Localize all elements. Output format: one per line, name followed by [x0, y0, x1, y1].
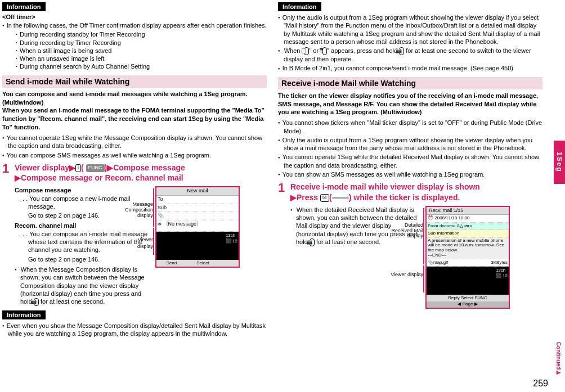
- shot-sub: Sub Information: [427, 230, 509, 237]
- recv-note: You cannot operate 1Seg while the detail…: [278, 153, 542, 169]
- info-text: When "📋" or "≣" appears, press and hold …: [278, 47, 542, 63]
- shot-softkeys: Reply Select FUNC: [427, 295, 509, 301]
- send-note: You can compose SMS messages as well whi…: [2, 151, 267, 159]
- step-instruction: Receive i-mode mail while viewer display…: [290, 182, 542, 308]
- compose-header: Compose message: [15, 186, 151, 194]
- recv-note: You cannot show tickers when "Mail ticke…: [278, 119, 542, 135]
- section-recv-header: Receive i-mode Mail while Watching: [278, 77, 542, 89]
- phone-screenshot: Recv. mail 1/15 ⏰ 2008/11/18 10:00 From …: [425, 206, 510, 309]
- step-text: Viewer display: [15, 163, 69, 172]
- shot-field: Sub: [156, 204, 239, 213]
- callout-label: Viewer display: [391, 272, 423, 278]
- recom-goto: Go to step 2 on page 146.: [15, 255, 151, 263]
- info-text: Only the audio is output from a 1Seg pro…: [278, 13, 542, 46]
- recv-note: Only the audio is output from a 1Seg pro…: [278, 136, 542, 152]
- off-timer-header: <Off timer>: [2, 13, 267, 20]
- mail-key-icon: ✉: [320, 194, 329, 202]
- callout-label: Viewer display: [122, 237, 153, 250]
- info-header: Information: [2, 2, 46, 11]
- shot-title: Recv. mail 1/15: [427, 207, 509, 215]
- continued-label: Continued: [555, 342, 562, 375]
- off-timer-item: ・During recording standby for Timer Reco…: [2, 30, 267, 38]
- compose-switch-note: When the Message Composition display is …: [15, 265, 151, 306]
- shot-title: New mail: [156, 187, 239, 196]
- step-text: Compose message or Recom. channel mail: [21, 173, 183, 182]
- step-number: 1: [278, 182, 288, 308]
- mail-lines-icon: ≣: [322, 47, 327, 55]
- info-text: Even when you show the Message Compositi…: [2, 322, 267, 338]
- phone-screenshot: New mail To Sub 📎 ✉ 〈No message〉 13ch⬛ 1…: [155, 186, 240, 268]
- info-header: Information: [278, 2, 321, 11]
- step-text: Press: [297, 193, 318, 202]
- section-send-header: Send i-mode Mail while Watching: [2, 75, 267, 88]
- step-text: Receive i-mode mail while viewer display…: [290, 182, 480, 191]
- recv-note: You can show an SMS messages as well whi…: [278, 170, 542, 178]
- recv-description: The ticker on the viewer display notifie…: [278, 92, 542, 117]
- shot-field: 📎: [156, 212, 239, 220]
- info-header: Information: [2, 310, 46, 319]
- off-timer-item: ・During channel search by Auto Channel S…: [2, 62, 267, 70]
- step-instruction: Viewer display▶i( FUNC)▶Compose message …: [15, 163, 267, 307]
- shot-viewer: 13ch⬛ 12: [427, 267, 509, 295]
- step-text: ) while the ticker is displayed.: [349, 193, 460, 202]
- info-text: In B Mode of 2in1, you cannot compose/se…: [278, 64, 542, 72]
- side-tab: 1Seg: [554, 141, 565, 184]
- camera-key-icon: 📷: [310, 238, 315, 246]
- shot-date: ⏰ 2008/11/18 10:00: [427, 215, 509, 222]
- shot-msg: ✉ 〈No message〉: [156, 220, 239, 232]
- i-alpha-button-icon: i: [75, 164, 81, 172]
- shot-viewer: 13ch⬛ 12: [156, 232, 239, 260]
- off-timer-item: ・When a still image is being saved: [2, 47, 267, 55]
- shot-attach: 📎map.gif3KBytes: [427, 259, 509, 267]
- shot-from: From docomo.Δ△.taro: [427, 223, 509, 230]
- callout-label: Detailed Received Mail display: [391, 223, 423, 240]
- off-timer-item: ・During recording by Timer Recording: [2, 39, 267, 47]
- send-note: You cannot operate 1Seg while the Messag…: [2, 134, 267, 150]
- page-number: 259: [533, 379, 548, 389]
- step-number: 1: [2, 163, 12, 307]
- func-pill-icon: FUNC: [86, 164, 105, 172]
- step-text: Compose message: [113, 163, 185, 172]
- recom-header: Recom. channel mail: [15, 222, 151, 229]
- step-text: (: [329, 193, 332, 202]
- shot-field: To: [156, 196, 239, 204]
- camera-key-icon: 📷: [399, 47, 404, 55]
- camera-key-icon: 📷: [34, 298, 39, 306]
- callout-label: Message Composition display: [122, 202, 153, 219]
- off-timer-intro: In the following cases, the Off Timer co…: [2, 21, 267, 29]
- send-description: You can compose and send i-mode mail mes…: [2, 90, 267, 132]
- off-timer-item: ・When an unsaved image is left: [2, 55, 267, 62]
- shot-body: A presentation of a new mobile phone wil…: [427, 238, 509, 259]
